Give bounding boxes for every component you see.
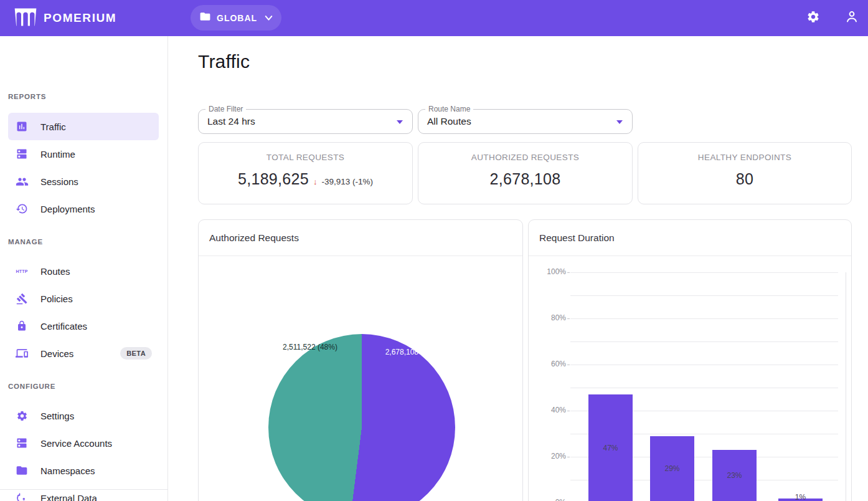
- gridline: [570, 341, 838, 342]
- y-axis-tick-label: 40%: [529, 406, 566, 414]
- sidebar-item-namespaces[interactable]: Namespaces: [8, 457, 159, 484]
- sidebar-item-external-data[interactable]: External Data: [8, 484, 159, 501]
- dropdown-arrow-icon: [616, 120, 623, 124]
- sidebar-item-runtime[interactable]: Runtime: [8, 140, 159, 168]
- gear-icon: [15, 409, 29, 422]
- sidebar-item-routes[interactable]: HTTP Routes: [8, 257, 159, 285]
- sidebar-section-manage: MANAGE: [8, 238, 43, 246]
- sidebar-item-label: Service Accounts: [40, 438, 112, 449]
- sidebar-item-settings[interactable]: Settings: [8, 402, 159, 429]
- namespace-label: GLOBAL: [217, 13, 257, 23]
- namespace-selector[interactable]: GLOBAL: [191, 5, 281, 31]
- gridline: [570, 365, 838, 365]
- dns-icon: [15, 436, 29, 450]
- date-filter-value: Last 24 hrs: [207, 110, 255, 133]
- stat-value: 2,678,108: [490, 170, 561, 188]
- sidebar-item-label: External Data: [40, 493, 97, 501]
- date-filter-select[interactable]: Date Filter Last 24 hrs: [198, 109, 413, 134]
- route-name-value: All Routes: [427, 110, 471, 133]
- tick-mark: [567, 411, 570, 411]
- pie-chart: [268, 334, 455, 501]
- pie-slice-label-unauthorized: 2,511,522 (48%): [283, 343, 337, 351]
- sidebar-item-devices[interactable]: Devices BETA: [8, 340, 159, 367]
- stat-label: TOTAL REQUESTS: [199, 153, 412, 162]
- request-duration-card: Request Duration 0%20%40%60%80%100%47%29…: [528, 219, 852, 501]
- tick-mark: [567, 272, 570, 273]
- stat-value: 80: [736, 170, 753, 188]
- tick-mark: [567, 318, 570, 319]
- header-account-button[interactable]: [843, 9, 861, 27]
- sidebar-section-reports: REPORTS: [8, 93, 46, 100]
- sidebar-item-deployments[interactable]: Deployments: [8, 195, 159, 222]
- stat-card-healthy-endpoints: HEALTHY ENDPOINTS 80: [638, 142, 852, 204]
- sidebar-item-label: Settings: [40, 411, 74, 421]
- stat-card-authorized-requests: AUTHORIZED REQUESTS 2,678,108: [418, 142, 633, 204]
- bar-chart-icon: [15, 120, 29, 133]
- stat-delta: -39,913 (-1%): [321, 177, 373, 186]
- sidebar-divider: [0, 489, 168, 490]
- history-icon: [15, 202, 29, 216]
- axis-line: [846, 272, 846, 501]
- sidebar-item-sessions[interactable]: Sessions: [8, 168, 159, 195]
- folder-icon: [15, 464, 29, 477]
- bar-value-label: 1%: [778, 493, 823, 501]
- sidebar-item-label: Deployments: [40, 204, 95, 214]
- lock-icon: [15, 319, 29, 333]
- sidebar-item-policies[interactable]: Policies: [8, 285, 159, 312]
- bar-value-label: 23%: [712, 471, 757, 480]
- gridline: [570, 388, 838, 388]
- gridline: [570, 318, 838, 319]
- sidebar-section-configure: CONFIGURE: [8, 383, 55, 390]
- page-title: Traffic: [198, 51, 250, 72]
- gavel-icon: [15, 292, 29, 305]
- chevron-down-icon: [263, 12, 275, 24]
- header-settings-button[interactable]: [804, 9, 822, 27]
- card-title: Authorized Requests: [199, 220, 522, 256]
- arrow-down-icon: ↓: [313, 177, 318, 186]
- pomerium-logo-icon: [14, 8, 37, 29]
- sidebar-item-label: Namespaces: [40, 465, 95, 476]
- gridline: [570, 295, 838, 296]
- sidebar-item-label: Routes: [40, 266, 70, 277]
- y-axis-tick-label: 20%: [529, 452, 566, 460]
- sync-person-icon: [15, 491, 29, 501]
- sidebar-item-traffic[interactable]: Traffic: [8, 113, 159, 140]
- sidebar-item-service-accounts[interactable]: Service Accounts: [8, 429, 159, 457]
- stat-card-total-requests: TOTAL REQUESTS 5,189,625 ↓ -39,913 (-1%): [198, 142, 413, 204]
- authorized-requests-card: Authorized Requests 2,511,522 (48%) 2,67…: [198, 219, 523, 501]
- stat-value: 5,189,625: [238, 170, 309, 188]
- devices-icon: [15, 346, 29, 360]
- people-icon: [15, 174, 29, 188]
- brand-name: POMERIUM: [44, 11, 116, 25]
- pie-slice-label-authorized: 2,678,108 (52%): [385, 348, 441, 356]
- tick-mark: [567, 457, 570, 457]
- http-icon: HTTP: [15, 264, 29, 278]
- sidebar-item-label: Runtime: [40, 149, 75, 160]
- app-header: POMERIUM GLOBAL: [0, 0, 868, 36]
- sidebar-item-label: Certificates: [40, 321, 87, 332]
- bar-value-label: 29%: [650, 464, 694, 473]
- sidebar-item-label: Sessions: [40, 176, 78, 187]
- person-icon: [844, 9, 859, 27]
- folder-icon: [199, 11, 211, 25]
- y-axis-tick-label: 80%: [529, 313, 566, 322]
- sidebar-item-label: Traffic: [40, 122, 66, 132]
- gridline: [570, 272, 838, 273]
- sidebar-item-certificates[interactable]: Certificates: [8, 312, 159, 340]
- gear-icon: [806, 10, 820, 26]
- bar-value-label: 47%: [588, 444, 633, 452]
- y-axis-tick-label: 100%: [529, 267, 566, 276]
- tick-mark: [567, 365, 570, 365]
- sidebar-item-label: Devices: [40, 348, 73, 359]
- sidebar-item-label: Policies: [40, 293, 73, 304]
- brand-logo[interactable]: POMERIUM: [14, 8, 116, 29]
- stat-label: AUTHORIZED REQUESTS: [418, 153, 632, 162]
- dropdown-arrow-icon: [397, 120, 403, 124]
- y-axis-tick-label: 0%: [529, 498, 566, 501]
- dns-icon: [15, 147, 29, 161]
- beta-badge: BETA: [120, 347, 152, 360]
- card-title: Request Duration: [529, 220, 851, 256]
- stat-label: HEALTHY ENDPOINTS: [638, 153, 851, 162]
- y-axis-tick-label: 60%: [529, 360, 566, 368]
- route-name-select[interactable]: Route Name All Routes: [418, 109, 633, 134]
